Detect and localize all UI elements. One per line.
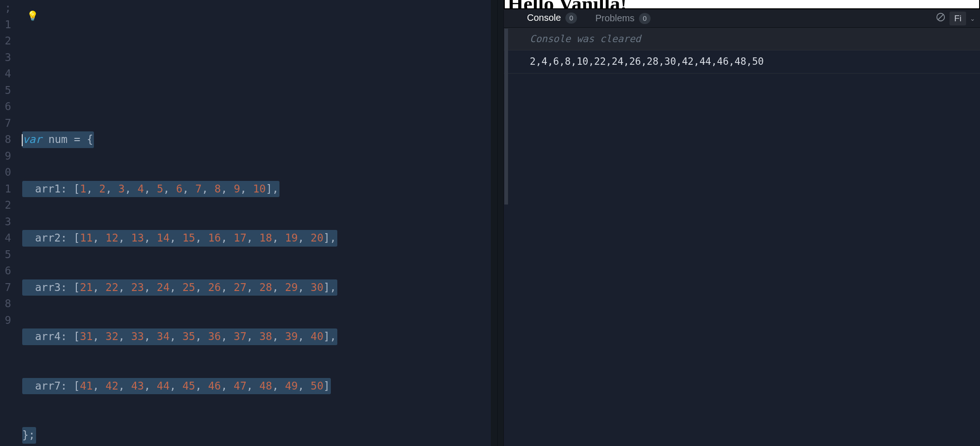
console-output[interactable]: Console was cleared 2,4,6,8,10,22,24,26,… bbox=[504, 28, 980, 446]
gutter-line: 7 bbox=[0, 279, 11, 296]
editor-scrollbar[interactable] bbox=[491, 0, 497, 446]
filter-button[interactable]: Fi bbox=[949, 12, 966, 25]
gutter-line: 4 bbox=[0, 230, 11, 247]
console-cleared-msg: Console was cleared bbox=[504, 28, 980, 50]
code-token: arr7 bbox=[35, 380, 61, 392]
gutter-line: 7 bbox=[0, 115, 11, 132]
gutter-line: 5 bbox=[0, 247, 11, 263]
svg-line-1 bbox=[938, 14, 943, 19]
gutter-line: 2 bbox=[0, 33, 11, 50]
gutter-line: 9 bbox=[0, 312, 11, 329]
gutter-line: 0 bbox=[0, 164, 11, 181]
tab-console-label: Console bbox=[527, 12, 561, 23]
gutter-line: 6 bbox=[0, 263, 11, 279]
console-log-line: 2,4,6,8,10,22,24,26,28,30,42,44,46,48,50 bbox=[504, 50, 980, 73]
line-gutter: ; 1 2 3 4 5 6 7 8 9 0 1 2 3 4 5 6 7 8 9 bbox=[0, 0, 14, 446]
console-count-badge: 0 bbox=[565, 12, 577, 24]
gutter-line: 4 bbox=[0, 66, 11, 82]
code-token: arr3 bbox=[35, 281, 61, 293]
code-token: { bbox=[87, 133, 93, 145]
gutter-line: 5 bbox=[0, 82, 11, 99]
gutter-line: ; bbox=[0, 0, 11, 17]
gutter-line: 9 bbox=[0, 148, 11, 165]
gutter-line: 2 bbox=[0, 197, 11, 214]
code-token: var bbox=[23, 133, 42, 145]
devtools-tabbar: Console 0 Problems 0 Fi ⌄ bbox=[504, 9, 980, 28]
code-editor[interactable]: var num = { arr1: [1, 2, 3, 4, 5, 6, 7, … bbox=[14, 0, 497, 446]
chevron-down-icon[interactable]: ⌄ bbox=[968, 15, 980, 22]
gutter-line: 1 bbox=[0, 17, 11, 33]
code-token: }; bbox=[22, 429, 35, 441]
code-token: = bbox=[74, 133, 81, 145]
preview-devtools-pane: Hello Vanilla! Console 0 Problems 0 Fi ⌄… bbox=[504, 0, 980, 446]
gutter-line: 8 bbox=[0, 296, 11, 312]
pane-divider[interactable] bbox=[497, 0, 504, 446]
code-token: arr4 bbox=[35, 330, 61, 342]
code-token: arr1 bbox=[35, 183, 61, 195]
editor-pane[interactable]: 💡 ; 1 2 3 4 5 6 7 8 9 0 1 2 3 4 5 6 7 8 … bbox=[0, 0, 497, 446]
gutter-line: 8 bbox=[0, 131, 11, 148]
tab-problems[interactable]: Problems 0 bbox=[586, 9, 660, 27]
code-token: arr2 bbox=[35, 232, 61, 244]
preview-heading: Hello Vanilla! bbox=[504, 0, 980, 9]
tab-console[interactable]: Console 0 bbox=[518, 9, 586, 27]
code-token: num bbox=[48, 133, 68, 145]
gutter-line: 1 bbox=[0, 181, 11, 198]
gutter-line: 3 bbox=[0, 50, 11, 66]
gutter-line: 6 bbox=[0, 99, 11, 115]
gutter-line: 3 bbox=[0, 214, 11, 230]
tab-problems-label: Problems bbox=[595, 13, 634, 24]
clear-console-icon[interactable] bbox=[932, 12, 949, 25]
console-scrollbar[interactable] bbox=[504, 29, 508, 204]
problems-count-badge: 0 bbox=[639, 13, 650, 24]
